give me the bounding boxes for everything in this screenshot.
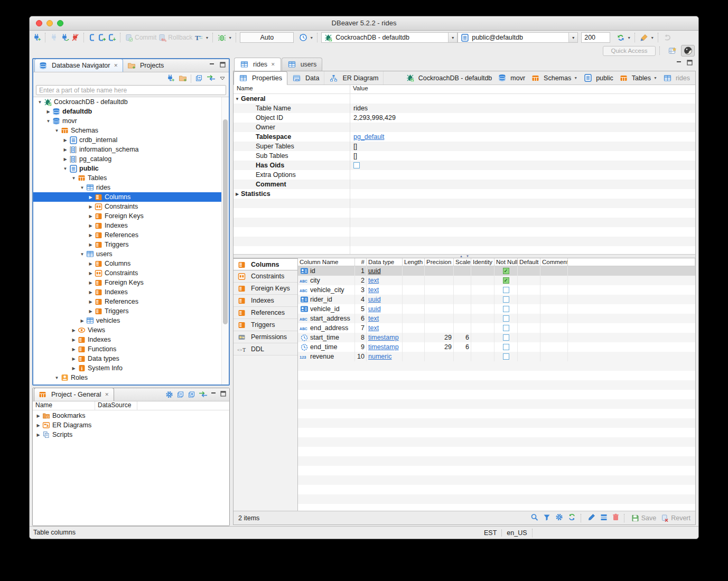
expand-arrow-icon[interactable]: ▶ [87,299,94,304]
collapse-arrow-icon[interactable]: ▼ [53,128,60,133]
datatype-link[interactable]: text [368,277,379,284]
col-header-column-name[interactable]: Column Name [298,258,355,266]
col-header-identity[interactable]: Identity [471,258,494,266]
transaction-log-dropdown[interactable]: ▼ [298,33,314,42]
tree-item-tables[interactable]: ▼ Tables [33,173,229,183]
property-row-owner[interactable]: Owner [234,123,695,132]
undo-button[interactable] [662,33,673,42]
tree-item-data-types[interactable]: ▶ Data types [33,354,229,363]
datatype-link[interactable]: timestamp [368,334,399,341]
datatype-link[interactable]: uuid [368,267,381,275]
not-null-checkbox[interactable] [503,296,509,303]
tree-item-information-schema[interactable]: ▶ information_schema [33,145,229,154]
editor-tab-users[interactable]: users [282,58,323,71]
project-item-er-diagrams[interactable]: ▶ER Diagrams [33,420,229,430]
new-connection-button[interactable]: + [32,33,42,42]
nav-view-menu-button[interactable] [219,75,226,82]
column-row-id[interactable]: id [298,266,355,276]
not-null-checkbox[interactable] [503,353,509,360]
project-col-name[interactable]: Name [33,401,95,410]
breadcrumb-schemas[interactable]: Schemas▼ [531,74,577,82]
tree-item-system-info[interactable]: ▶ iSystem Info [33,363,229,373]
column-row-vehicle-city[interactable]: ABCvehicle_city [298,285,355,295]
col-header-data-type[interactable]: Data type [367,258,403,266]
format-dropdown[interactable]: ▼ [639,33,655,42]
tree-item-pg-catalog[interactable]: ▶ pg_catalog [33,154,229,164]
column-row-end-address[interactable]: ABCend_address [298,323,355,333]
add-row-button[interactable] [600,514,608,522]
col-header-scale[interactable]: Scale [454,258,471,266]
not-null-checkbox[interactable] [503,306,509,312]
tree-item-foreign-keys[interactable]: ▶ Foreign Keys [33,278,229,287]
expand-arrow-icon[interactable]: ▶ [70,366,77,371]
col-header-length[interactable]: Length [403,258,425,266]
expand-arrow-icon[interactable]: ▶ [87,309,94,314]
open-sql-console-button[interactable] [97,33,107,42]
expand-arrow-icon[interactable]: ▶ [45,109,52,114]
reconnect-button[interactable] [60,33,70,42]
tree-item-crdb-internal[interactable]: ▶ crdb_internal [33,135,229,145]
project-item-scripts[interactable]: ▶Scripts [33,430,229,439]
connect-button[interactable] [49,33,60,42]
object-tab-foreign-keys[interactable]: Foreign Keys [234,283,297,295]
collapse-arrow-icon[interactable]: ▼ [79,252,86,257]
tree-item-indexes[interactable]: ▶ Indexes [33,221,229,230]
tree-item-columns[interactable]: ▶ Columns [33,192,229,202]
column-row-rider-id[interactable]: rider_id [298,295,355,304]
expand-arrow-icon[interactable]: ▶ [87,242,94,247]
tree-item-movr[interactable]: ▼ movr [33,116,229,126]
collapse-arrow-icon[interactable]: ▼ [62,166,69,171]
collapse-arrow-icon[interactable]: ▼ [234,96,241,101]
datatype-link[interactable]: uuid [368,305,381,313]
quick-access-field[interactable]: Quick Access [603,46,656,56]
column-row-revenue[interactable]: 123revenue [298,352,355,361]
not-null-checkbox[interactable] [503,344,509,350]
grid-settings-button[interactable] [555,513,563,522]
tree-item-constraints[interactable]: ▶ Constraints [33,268,229,278]
datatype-link[interactable]: text [368,324,379,332]
props-header-value[interactable]: Value [350,85,368,93]
datatype-link[interactable]: numeric [368,353,391,360]
datatype-link[interactable]: text [368,286,379,294]
rollback-button[interactable]: Rollback [157,33,193,42]
object-tab-ddl[interactable]: <>TDDL [234,343,297,355]
object-tab-permissions[interactable]: Permissions [234,331,297,343]
expand-arrow-icon[interactable]: ▶ [87,290,94,295]
object-tab-indexes[interactable]: Indexes [234,295,297,307]
nav-new-folder-button[interactable]: + [179,74,187,83]
sql-editor-button[interactable] [88,33,97,42]
fetch-size-input[interactable]: 200 [581,32,610,43]
expand-arrow-icon[interactable]: ▶ [35,414,42,418]
breadcrumb-cockroachdb-defaultdb[interactable]: CockroachDB - defaultdb [406,74,492,82]
tree-item-rides[interactable]: ▼ rides [33,183,229,192]
col-header-not-null[interactable]: Not Null [494,258,518,266]
schema-combo[interactable]: public@defaultdb▼ [458,32,578,43]
expand-arrow-icon[interactable]: ▶ [62,147,69,152]
not-null-checkbox[interactable] [503,315,509,322]
expand-arrow-icon[interactable]: ▶ [70,328,77,333]
subtab-properties[interactable]: Properties [234,71,287,85]
revert-button[interactable]: Revert [661,514,690,522]
column-row-start-address[interactable]: ABCstart_address [298,314,355,323]
open-perspective-button[interactable] [666,45,679,57]
breadcrumb-tables[interactable]: Tables▼ [619,74,657,82]
project-expand-all-button[interactable] [188,391,195,400]
datatype-link[interactable]: uuid [368,296,381,303]
has-oids-checkbox[interactable] [353,162,360,168]
tree-item-indexes[interactable]: ▶ Indexes [33,287,229,297]
view-tab-projects[interactable]: +Projects [123,59,169,72]
transaction-mode-dropdown[interactable]: T▼ [193,33,210,42]
expand-arrow-icon[interactable]: ▶ [87,223,94,228]
nav-collapse-all-button[interactable] [195,74,203,83]
not-null-checkbox[interactable] [503,325,509,331]
grid-refresh-button[interactable] [568,513,576,522]
tree-item-roles[interactable]: ▼ Roles [33,373,229,382]
project-col-datasource[interactable]: DataSource [95,401,137,410]
tree-item-cockroachdb-defaultdb[interactable]: ▼ CockroachDB - defaultdb [33,97,229,107]
tree-item-functions[interactable]: ▶ Functions [33,344,229,354]
col-header-comment[interactable]: Comment [540,258,568,266]
property-row-extra-options[interactable]: Extra Options [234,170,695,180]
collapse-arrow-icon[interactable]: ▼ [79,185,86,190]
view-tab-database-navigator[interactable]: Database Navigator✕ [34,59,123,72]
property-row-table-name[interactable]: Table Namerides [234,104,695,113]
